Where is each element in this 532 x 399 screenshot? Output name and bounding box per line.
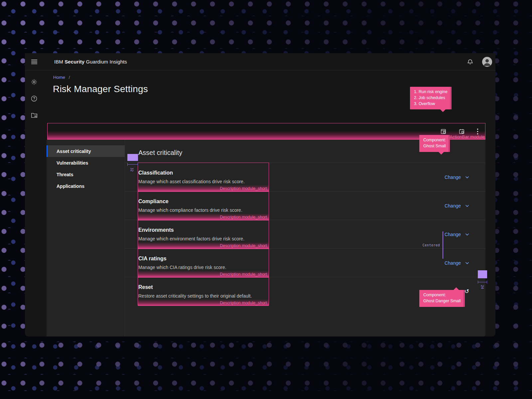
row-description: Manage which compliance factors drive ri… [138, 207, 242, 213]
spacing-marker-32-rect [127, 154, 138, 161]
row-title: CIA ratings [138, 256, 226, 262]
chevron-down-icon [465, 204, 469, 207]
centered-annotation: Centered [416, 243, 440, 247]
centered-guide-line [443, 231, 443, 259]
overflow-menu-icon[interactable] [477, 128, 478, 135]
notifications-bell-icon[interactable] [467, 59, 473, 65]
help-icon[interactable] [31, 95, 38, 102]
settings-gear-icon[interactable] [31, 78, 38, 85]
change-button-environments[interactable]: Change [443, 230, 470, 239]
chevron-down-icon [465, 233, 469, 236]
row-description: Restore asset criticality settings to th… [138, 293, 252, 299]
change-button-classification[interactable]: Change [443, 173, 470, 182]
annotation-ghost-danger-small: Component: Ghost Danger Small [419, 290, 465, 307]
breadcrumb-separator: / [69, 75, 70, 80]
breadcrumb-home-link[interactable]: Home [53, 75, 65, 80]
settings-row-compliance: Compliance Manage which compliance facto… [125, 191, 485, 220]
spacing-marker-24-label: 24 [480, 285, 484, 289]
brand-bold: Security [65, 59, 84, 65]
spacing-marker-24-ibeam [478, 281, 487, 284]
row-description: Manage which asset classifications drive… [138, 179, 245, 184]
settings-rows: Classification Manage which asset classi… [125, 163, 485, 306]
row-description: Manage which environment factors drive r… [138, 236, 244, 241]
app-header: IBM Security Guardium Insights [25, 53, 495, 70]
settings-panel: Asset criticality Vulnerabilities Threat… [47, 140, 485, 336]
nav-item-applications[interactable]: Applications [47, 180, 125, 192]
settings-row-cia-ratings: CIA ratings Manage which CIA ratings dri… [125, 248, 485, 277]
app-title: IBM Security Guardium Insights [54, 59, 127, 65]
nav-item-threats[interactable]: Threats [47, 169, 125, 180]
folder-details-icon[interactable] [31, 112, 38, 119]
brand-prefix: IBM [54, 59, 63, 65]
menu-icon[interactable] [25, 53, 43, 70]
restart-icon: ↺ [465, 289, 469, 294]
actionbar-module-label: ActionBar module [450, 134, 485, 139]
row-description: Manage which CIA ratings drive risk scor… [138, 265, 226, 270]
run-risk-engine-icon[interactable] [440, 128, 447, 135]
nav-item-asset-criticality[interactable]: Asset criticality [47, 145, 125, 157]
change-button-cia-ratings[interactable]: Change [443, 258, 470, 268]
annotation-actionbar-note: 1. Run risk engine 2. Job schedules 3. O… [410, 87, 452, 109]
left-rail [25, 70, 43, 336]
spacing-marker-24-rect [478, 270, 487, 278]
job-schedules-icon[interactable] [459, 128, 465, 135]
settings-main: Asset criticality Classification Manage … [125, 140, 485, 336]
change-button-compliance[interactable]: Change [443, 201, 470, 210]
spacing-marker-32-ibeam [127, 163, 138, 166]
settings-row-classification: Classification Manage which asset classi… [125, 163, 485, 191]
annotation-ghost-small: Component: Ghost Small [419, 135, 450, 152]
row-title: Environments [138, 227, 244, 233]
chevron-down-icon [465, 262, 469, 264]
settings-nav: Asset criticality Vulnerabilities Threat… [47, 140, 125, 336]
app-window: IBM Security Guardium Insights [25, 53, 495, 336]
row-title: Reset [138, 284, 252, 290]
nav-item-vulnerabilities[interactable]: Vulnerabilities [47, 157, 125, 169]
spacing-marker-32-label: 32 [130, 168, 134, 172]
brand-suffix: Guardium Insights [86, 59, 127, 65]
row-title: Compliance [138, 199, 242, 204]
breadcrumb: Home / [53, 75, 495, 80]
chevron-down-icon [465, 176, 469, 179]
user-avatar[interactable] [482, 57, 492, 67]
row-title: Classification [138, 170, 245, 176]
